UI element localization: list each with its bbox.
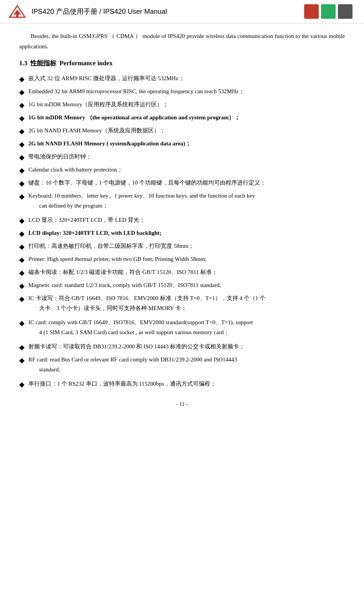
bullet-diamond-icon: ◆	[19, 229, 25, 239]
item-8-en: Magnetic card: standard 1/2/3 track, com…	[28, 280, 345, 290]
page-footer: - 11 -	[19, 401, 345, 407]
item-5-en-continuation: can defined by the program；	[28, 201, 345, 211]
list-item: ◆ Calendar clock with battery protection…	[19, 165, 345, 176]
list-item: ◆ 打印机：高速热敏打印机，自带二级国标字库，打印宽度 58mm；	[19, 241, 345, 252]
item-2-en: 1G bit mDDR Memory （the operational area…	[28, 113, 345, 123]
bullet-diamond-icon: ◆	[19, 74, 25, 84]
bullet-diamond-icon: ◆	[19, 100, 25, 110]
item-11-cn: 串行接口：1 个 RS232 串口，波特率最高为 115200bps，通讯方式可…	[28, 379, 345, 389]
list-item: ◆ LCD display: 320×240TFT LCD, with LED …	[19, 228, 345, 239]
item-9-en-continuation: 4 (1 SIM Card, 3 SAM Card) card socket ,…	[28, 328, 345, 338]
item-10-en: RF card: read Bus Card or relevant RF ca…	[28, 355, 345, 365]
bullet-diamond-icon: ◆	[19, 318, 25, 328]
list-item: ◆ 键盘：10 个数字、字母键，1 个电源键，10 个功能键，且每个键的功能均可…	[19, 178, 345, 189]
color-block-red	[304, 4, 319, 19]
bullet-diamond-icon: ◆	[19, 87, 25, 97]
feature-list: ◆ 嵌入式 32 位 ARM9 RISC 微处理器，运行频率可达 532MHz；…	[19, 74, 345, 390]
item-6-en: LCD display: 320×240TFT LCD, with LED ba…	[28, 228, 345, 238]
list-item: ◆ 串行接口：1 个 RS232 串口，波特率最高为 115200bps，通讯方…	[19, 379, 345, 390]
list-item: ◆ RF card: read Bus Card or relevant RF …	[19, 355, 345, 377]
bullet-diamond-icon: ◆	[19, 113, 25, 124]
item-6-cn: LCD 显示：320×240TFT LCD，带 LED 背光；	[28, 215, 345, 225]
list-item: ◆ LCD 显示：320×240TFT LCD，带 LED 背光；	[19, 215, 345, 226]
list-item: ◆ 磁条卡阅读：标配 1/2/3 磁道读卡功能，符合 GB/T 15120、IS…	[19, 267, 345, 278]
item-3-en: 2G bit NAND FLASH Memory ( system&applic…	[28, 139, 345, 149]
header-color-blocks	[304, 4, 352, 19]
bullet-diamond-icon: ◆	[19, 178, 25, 189]
list-item: ◆ Embedded 32 bit ARM9 microprocessor RI…	[19, 87, 345, 97]
item-4-cn: 带电池保护的日历时钟；	[28, 152, 345, 162]
main-content: Besides, the built-in GSM/GPRS （ CDMA ） …	[0, 23, 364, 415]
section-heading: 1.3 性能指标 Performance index	[19, 59, 345, 68]
bullet-diamond-icon: ◆	[19, 268, 25, 278]
item-1-cn: 嵌入式 32 位 ARM9 RISC 微处理器，运行频率可达 532MHz；	[28, 74, 345, 84]
bullet-diamond-icon: ◆	[19, 191, 25, 202]
header-title: IPS420 产品使用手册 / IPS420 User Manual	[31, 7, 167, 16]
bullet-diamond-icon: ◆	[19, 294, 25, 304]
list-item: ◆ Printer: High speed thermal printer, w…	[19, 254, 345, 265]
item-5-en: Keyboard: 10 numbers、letter key、1 power …	[28, 191, 345, 201]
list-item: ◆ 带电池保护的日历时钟；	[19, 152, 345, 163]
item-1-en: Embedded 32 bit ARM9 microprocessor RISC…	[28, 87, 345, 97]
item-4-en: Calendar clock with battery protection；	[28, 165, 345, 175]
bullet-diamond-icon: ◆	[19, 255, 25, 265]
item-10-cn: 射频卡读写：可读取符合 DB31/239.2-2000 和 ISO 14443 …	[28, 342, 345, 352]
bullet-diamond-icon: ◆	[19, 355, 25, 366]
bullet-diamond-icon: ◆	[19, 216, 25, 226]
color-block-gray	[338, 4, 352, 19]
item-8-cn: 磁条卡阅读：标配 1/2/3 磁道读卡功能，符合 GB/T 15120、ISO …	[28, 267, 345, 277]
item-5-cn: 键盘：10 个数字、字母键，1 个电源键，10 个功能键，且每个键的功能均可由程…	[28, 178, 345, 188]
item-9-cn: IC 卡读写：符合 GB/T 16649、ISO 7816、EMV2000 标准…	[28, 294, 345, 303]
list-item: ◆ 嵌入式 32 位 ARM9 RISC 微处理器，运行频率可达 532MHz；	[19, 74, 345, 84]
page-number: - 11 -	[176, 401, 188, 407]
list-item: ◆ IC card: comply with GB/T 16649、ISO781…	[19, 318, 345, 340]
bullet-diamond-icon: ◆	[19, 379, 25, 390]
bullet-diamond-icon: ◆	[19, 152, 25, 163]
page-header: IPS420 产品使用手册 / IPS420 User Manual	[0, 0, 364, 23]
item-3-cn: 2G bit NAND FLASH Memory（系统及应用数据区）；	[28, 126, 345, 136]
item-7-cn: 打印机：高速热敏打印机，自带二级国标字库，打印宽度 58mm；	[28, 241, 345, 251]
list-item: ◆ 2G bit NAND FLASH Memory ( system&appl…	[19, 139, 345, 150]
list-item: ◆ 射频卡读写：可读取符合 DB31/239.2-2000 和 ISO 1444…	[19, 342, 345, 353]
item-9-cn-continuation: 大卡、3 个小卡）读卡头，同时可支持各种 MEMORY 卡；	[28, 303, 345, 313]
color-block-green	[321, 4, 336, 19]
item-2-cn: 1G bit mDDR Memory（应用程序及系统程序运行区）；	[28, 100, 345, 110]
list-item: ◆ 1G bit mDDR Memory（应用程序及系统程序运行区）；	[19, 100, 345, 110]
list-item: ◆ 2G bit NAND FLASH Memory（系统及应用数据区）；	[19, 126, 345, 137]
item-9-en: IC card: comply with GB/T 16649、ISO7816、…	[28, 318, 345, 328]
section-cn-title: 性能指标	[30, 59, 56, 68]
list-item: ◆ Keyboard: 10 numbers、letter key、1 powe…	[19, 191, 345, 213]
list-item: ◆ IC 卡读写：符合 GB/T 16649、ISO 7816、EMV2000 …	[19, 294, 345, 315]
bullet-diamond-icon: ◆	[19, 165, 25, 176]
bullet-diamond-icon: ◆	[19, 139, 25, 150]
sand-logo-icon	[8, 4, 27, 19]
section-number: 1.3	[19, 59, 27, 67]
item-10-en-continuation: standard;	[28, 365, 345, 375]
list-item: ◆ Magnetic card: standard 1/2/3 track, c…	[19, 280, 345, 291]
bullet-diamond-icon: ◆	[19, 281, 25, 291]
bullet-diamond-icon: ◆	[19, 126, 25, 137]
bullet-diamond-icon: ◆	[19, 242, 25, 252]
list-item: ◆ 1G bit mDDR Memory （the operational ar…	[19, 113, 345, 124]
item-7-en: Printer: High speed thermal printer, wit…	[28, 254, 345, 264]
header-left: IPS420 产品使用手册 / IPS420 User Manual	[8, 4, 167, 19]
bullet-diamond-icon: ◆	[19, 342, 25, 353]
intro-paragraph: Besides, the built-in GSM/GPRS （ CDMA ） …	[19, 31, 345, 52]
section-en-title: Performance index	[59, 59, 112, 67]
